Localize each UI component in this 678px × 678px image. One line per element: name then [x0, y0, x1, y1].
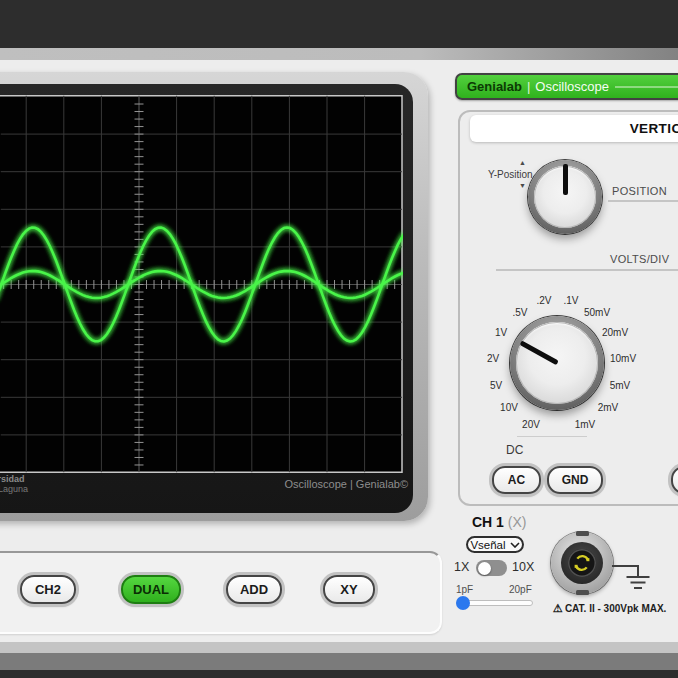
- ch1-title-text: CH 1: [472, 514, 504, 530]
- bnc-top-lug: [576, 531, 589, 536]
- y-position-knob-pointer: [563, 164, 568, 195]
- y-position-knob[interactable]: [528, 160, 602, 234]
- ch1-heading: CH 1 (X): [472, 514, 526, 530]
- cap-min-label: 1pF: [456, 584, 473, 595]
- university-watermark: Universidad de La Laguna: [0, 474, 28, 494]
- header-rule: [615, 86, 678, 88]
- volts-scale-label-20V: 20V: [522, 419, 540, 430]
- watermark-line1: Universidad: [0, 474, 25, 484]
- coupling-button-ac[interactable]: AC: [492, 466, 541, 494]
- app-header-separator: |: [527, 79, 530, 94]
- volts-scale-label-.2V: .2V: [536, 295, 551, 306]
- ground-icon: [610, 550, 655, 590]
- volts-scale-label-20mV: 20mV: [602, 327, 628, 338]
- oscilloscope-app: Universidad de La Laguna Oscilloscope | …: [0, 0, 678, 678]
- app-header: Genialab | Oscilloscope: [455, 73, 678, 100]
- mode-button-xy-label: XY: [340, 582, 357, 597]
- ch1-title-suffix: (X): [508, 514, 527, 530]
- voltsdiv-label: VOLTS/DIV: [610, 253, 669, 265]
- top-gray-band: [0, 48, 678, 60]
- volts-scale-label-10mV: 10mV: [610, 353, 636, 364]
- mode-button-ch2[interactable]: CH2: [20, 575, 76, 604]
- volts-scale-label-5mV: 5mV: [610, 380, 631, 391]
- bnc-connector[interactable]: [551, 532, 613, 594]
- probe-attenuation-toggle[interactable]: [476, 560, 507, 576]
- bnc-signal-icon: [568, 549, 596, 577]
- compensation-slider-thumb[interactable]: [456, 596, 470, 610]
- bnc-bottom-lug: [576, 590, 589, 595]
- coupling-current-label: DC: [506, 443, 523, 457]
- mode-button-add[interactable]: ADD: [226, 575, 282, 604]
- volts-scale-label-.1V: .1V: [563, 295, 578, 306]
- warning-text: CAT. II - 300Vpk MAX.: [565, 603, 667, 614]
- app-brand: Genialab: [467, 79, 522, 94]
- cap-max-label: 20pF: [509, 584, 532, 595]
- mode-button-xy[interactable]: XY: [323, 575, 375, 604]
- app-title: Oscilloscope: [535, 79, 609, 94]
- mode-button-dual-label: DUAL: [133, 582, 169, 597]
- volts-scale-label-2V: 2V: [487, 353, 499, 364]
- probe-toggle-knob: [478, 562, 491, 575]
- voltsdiv-bottom-rule: [517, 436, 587, 437]
- volts-scale-label-1mV: 1mV: [575, 419, 596, 430]
- y-position-label: Y-Position: [488, 169, 533, 180]
- ch1-signal-select[interactable]: Vseñal: [466, 536, 524, 553]
- top-dark-bar: [0, 0, 678, 48]
- coupling-button-gnd[interactable]: GND: [547, 466, 603, 494]
- screen-watermark: Oscilloscope | Genialab©: [230, 478, 408, 490]
- volts-scale-label-10V: 10V: [500, 402, 518, 413]
- y-position-up-arrow[interactable]: ▲: [519, 159, 526, 166]
- bottom-band-light: [0, 642, 678, 653]
- mode-button-ch2-label: CH2: [35, 582, 61, 597]
- cat-rating-warning: ⚠CAT. II - 300Vpk MAX.: [553, 602, 666, 615]
- volts-scale-label-50mV: 50mV: [584, 307, 610, 318]
- probe-1x-label: 1X: [454, 560, 469, 574]
- coupling-ac-label: AC: [508, 473, 525, 487]
- warning-triangle-icon: ⚠: [553, 602, 563, 614]
- watermark-line2: de La Laguna: [0, 484, 28, 494]
- bottom-dark-bar: [0, 670, 678, 678]
- ch1-signal-select-value: Vseñal: [470, 539, 505, 551]
- mode-button-dual[interactable]: DUAL: [121, 575, 181, 604]
- scope-screen: [0, 95, 403, 474]
- chevron-down-icon: [510, 542, 520, 548]
- vertical-section-title: VERTICAL: [470, 115, 678, 142]
- position-underline: [608, 200, 678, 202]
- volts-scale-label-.5V: .5V: [512, 307, 527, 318]
- y-position-down-arrow[interactable]: ▼: [519, 182, 526, 189]
- coupling-gnd-label: GND: [562, 473, 589, 487]
- volts-scale-label-5V: 5V: [490, 380, 502, 391]
- volts-scale-label-2mV: 2mV: [598, 402, 619, 413]
- probe-10x-label: 10X: [512, 560, 534, 574]
- volts-scale-label-1V: 1V: [495, 327, 507, 338]
- mode-button-add-label: ADD: [240, 582, 268, 597]
- position-label: POSITION: [612, 185, 667, 197]
- voltsdiv-underline: [496, 269, 678, 271]
- bnc-center: [568, 549, 596, 577]
- bottom-band-mid: [0, 653, 678, 670]
